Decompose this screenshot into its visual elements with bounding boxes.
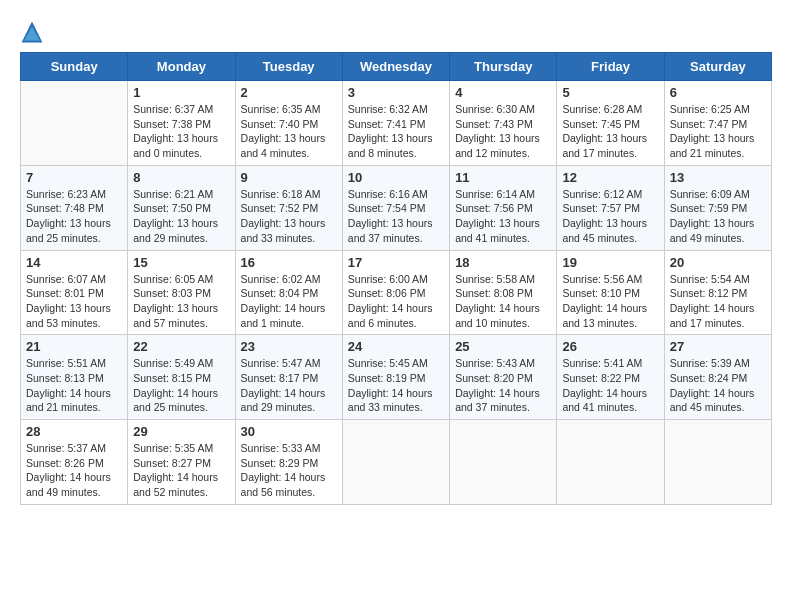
calendar-header: SundayMondayTuesdayWednesdayThursdayFrid… [21,53,772,81]
day-cell: 26Sunrise: 5:41 AMSunset: 8:22 PMDayligh… [557,335,664,420]
day-number: 6 [670,85,766,100]
day-cell: 11Sunrise: 6:14 AMSunset: 7:56 PMDayligh… [450,165,557,250]
header-cell-friday: Friday [557,53,664,81]
day-number: 24 [348,339,444,354]
day-number: 12 [562,170,658,185]
day-number: 30 [241,424,337,439]
day-info: Sunrise: 6:00 AMSunset: 8:06 PMDaylight:… [348,272,444,331]
day-cell: 19Sunrise: 5:56 AMSunset: 8:10 PMDayligh… [557,250,664,335]
day-number: 15 [133,255,229,270]
day-number: 3 [348,85,444,100]
header-cell-tuesday: Tuesday [235,53,342,81]
day-cell: 10Sunrise: 6:16 AMSunset: 7:54 PMDayligh… [342,165,449,250]
day-number: 1 [133,85,229,100]
week-row-4: 21Sunrise: 5:51 AMSunset: 8:13 PMDayligh… [21,335,772,420]
day-number: 11 [455,170,551,185]
day-cell: 18Sunrise: 5:58 AMSunset: 8:08 PMDayligh… [450,250,557,335]
page-header [20,20,772,44]
day-number: 18 [455,255,551,270]
day-info: Sunrise: 6:25 AMSunset: 7:47 PMDaylight:… [670,102,766,161]
day-cell: 20Sunrise: 5:54 AMSunset: 8:12 PMDayligh… [664,250,771,335]
day-info: Sunrise: 6:21 AMSunset: 7:50 PMDaylight:… [133,187,229,246]
day-number: 23 [241,339,337,354]
day-cell: 22Sunrise: 5:49 AMSunset: 8:15 PMDayligh… [128,335,235,420]
day-number: 27 [670,339,766,354]
day-info: Sunrise: 6:09 AMSunset: 7:59 PMDaylight:… [670,187,766,246]
header-cell-wednesday: Wednesday [342,53,449,81]
day-cell: 17Sunrise: 6:00 AMSunset: 8:06 PMDayligh… [342,250,449,335]
day-cell [21,81,128,166]
logo-icon [20,20,44,44]
calendar-table: SundayMondayTuesdayWednesdayThursdayFrid… [20,52,772,505]
day-number: 29 [133,424,229,439]
day-number: 16 [241,255,337,270]
logo [20,20,48,44]
day-info: Sunrise: 6:18 AMSunset: 7:52 PMDaylight:… [241,187,337,246]
day-info: Sunrise: 6:37 AMSunset: 7:38 PMDaylight:… [133,102,229,161]
day-number: 28 [26,424,122,439]
header-row: SundayMondayTuesdayWednesdayThursdayFrid… [21,53,772,81]
day-info: Sunrise: 5:51 AMSunset: 8:13 PMDaylight:… [26,356,122,415]
day-number: 25 [455,339,551,354]
day-info: Sunrise: 5:33 AMSunset: 8:29 PMDaylight:… [241,441,337,500]
day-info: Sunrise: 5:35 AMSunset: 8:27 PMDaylight:… [133,441,229,500]
header-cell-saturday: Saturday [664,53,771,81]
day-info: Sunrise: 5:41 AMSunset: 8:22 PMDaylight:… [562,356,658,415]
day-cell: 24Sunrise: 5:45 AMSunset: 8:19 PMDayligh… [342,335,449,420]
day-cell: 6Sunrise: 6:25 AMSunset: 7:47 PMDaylight… [664,81,771,166]
day-info: Sunrise: 5:56 AMSunset: 8:10 PMDaylight:… [562,272,658,331]
day-cell: 13Sunrise: 6:09 AMSunset: 7:59 PMDayligh… [664,165,771,250]
day-number: 26 [562,339,658,354]
day-info: Sunrise: 6:30 AMSunset: 7:43 PMDaylight:… [455,102,551,161]
day-number: 8 [133,170,229,185]
week-row-5: 28Sunrise: 5:37 AMSunset: 8:26 PMDayligh… [21,420,772,505]
day-info: Sunrise: 6:05 AMSunset: 8:03 PMDaylight:… [133,272,229,331]
day-number: 4 [455,85,551,100]
day-info: Sunrise: 6:16 AMSunset: 7:54 PMDaylight:… [348,187,444,246]
day-cell: 12Sunrise: 6:12 AMSunset: 7:57 PMDayligh… [557,165,664,250]
calendar-body: 1Sunrise: 6:37 AMSunset: 7:38 PMDaylight… [21,81,772,505]
day-number: 22 [133,339,229,354]
day-cell [450,420,557,505]
day-cell: 23Sunrise: 5:47 AMSunset: 8:17 PMDayligh… [235,335,342,420]
day-info: Sunrise: 6:32 AMSunset: 7:41 PMDaylight:… [348,102,444,161]
day-info: Sunrise: 5:58 AMSunset: 8:08 PMDaylight:… [455,272,551,331]
week-row-2: 7Sunrise: 6:23 AMSunset: 7:48 PMDaylight… [21,165,772,250]
day-cell [342,420,449,505]
day-cell: 7Sunrise: 6:23 AMSunset: 7:48 PMDaylight… [21,165,128,250]
header-cell-monday: Monday [128,53,235,81]
day-number: 7 [26,170,122,185]
day-cell: 16Sunrise: 6:02 AMSunset: 8:04 PMDayligh… [235,250,342,335]
day-cell: 15Sunrise: 6:05 AMSunset: 8:03 PMDayligh… [128,250,235,335]
day-info: Sunrise: 6:07 AMSunset: 8:01 PMDaylight:… [26,272,122,331]
day-info: Sunrise: 6:35 AMSunset: 7:40 PMDaylight:… [241,102,337,161]
day-cell [557,420,664,505]
day-info: Sunrise: 6:12 AMSunset: 7:57 PMDaylight:… [562,187,658,246]
week-row-1: 1Sunrise: 6:37 AMSunset: 7:38 PMDaylight… [21,81,772,166]
day-cell: 29Sunrise: 5:35 AMSunset: 8:27 PMDayligh… [128,420,235,505]
day-cell: 3Sunrise: 6:32 AMSunset: 7:41 PMDaylight… [342,81,449,166]
day-info: Sunrise: 5:37 AMSunset: 8:26 PMDaylight:… [26,441,122,500]
day-number: 17 [348,255,444,270]
day-number: 13 [670,170,766,185]
day-info: Sunrise: 6:02 AMSunset: 8:04 PMDaylight:… [241,272,337,331]
day-number: 9 [241,170,337,185]
day-cell [664,420,771,505]
day-cell: 21Sunrise: 5:51 AMSunset: 8:13 PMDayligh… [21,335,128,420]
day-cell: 8Sunrise: 6:21 AMSunset: 7:50 PMDaylight… [128,165,235,250]
day-cell: 28Sunrise: 5:37 AMSunset: 8:26 PMDayligh… [21,420,128,505]
day-info: Sunrise: 5:49 AMSunset: 8:15 PMDaylight:… [133,356,229,415]
day-number: 14 [26,255,122,270]
day-info: Sunrise: 5:54 AMSunset: 8:12 PMDaylight:… [670,272,766,331]
day-cell: 9Sunrise: 6:18 AMSunset: 7:52 PMDaylight… [235,165,342,250]
day-number: 10 [348,170,444,185]
week-row-3: 14Sunrise: 6:07 AMSunset: 8:01 PMDayligh… [21,250,772,335]
day-cell: 4Sunrise: 6:30 AMSunset: 7:43 PMDaylight… [450,81,557,166]
day-cell: 5Sunrise: 6:28 AMSunset: 7:45 PMDaylight… [557,81,664,166]
day-info: Sunrise: 5:39 AMSunset: 8:24 PMDaylight:… [670,356,766,415]
day-number: 21 [26,339,122,354]
day-info: Sunrise: 6:23 AMSunset: 7:48 PMDaylight:… [26,187,122,246]
day-info: Sunrise: 5:43 AMSunset: 8:20 PMDaylight:… [455,356,551,415]
day-cell: 1Sunrise: 6:37 AMSunset: 7:38 PMDaylight… [128,81,235,166]
day-cell: 14Sunrise: 6:07 AMSunset: 8:01 PMDayligh… [21,250,128,335]
